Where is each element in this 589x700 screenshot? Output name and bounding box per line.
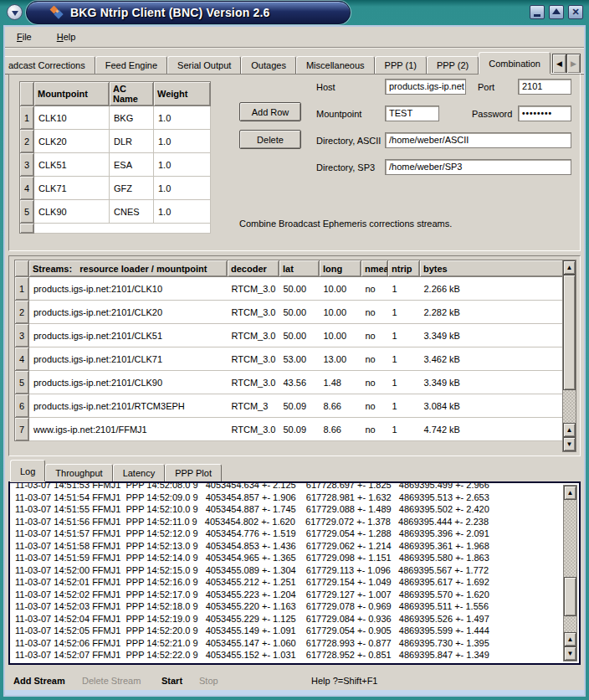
column-header-ntrip[interactable]: ntrip (388, 260, 420, 277)
row-number[interactable]: 2 (20, 130, 34, 153)
cell[interactable]: ESA (110, 153, 154, 177)
tab-ppp-2[interactable]: PPP (2) (427, 56, 479, 74)
row-number[interactable]: 3 (15, 324, 29, 347)
dir-sp3-input[interactable]: /home/weber/SP3 (385, 159, 571, 175)
cell[interactable]: 2.266 kB (420, 277, 564, 301)
cell[interactable]: no (361, 371, 388, 394)
tab-ppp-plot[interactable]: PPP Plot (165, 464, 222, 481)
cell[interactable]: CLK20 (34, 130, 110, 153)
cell[interactable]: CNES (110, 200, 154, 224)
cell[interactable]: RTCM_3 (228, 394, 279, 418)
row-number[interactable]: 4 (20, 177, 34, 200)
host-input[interactable]: products.igs-ip.net (385, 79, 466, 95)
menu-help[interactable]: Help (54, 30, 79, 44)
column-header-mountpoint[interactable]: Mountpoint (34, 82, 110, 106)
cell[interactable]: 4.742 kB (420, 418, 564, 441)
cell[interactable]: 1 (388, 371, 420, 394)
row-number[interactable]: 5 (15, 371, 29, 394)
cell[interactable]: DLR (110, 130, 154, 153)
cell[interactable]: no (361, 277, 388, 301)
cell[interactable]: no (361, 324, 388, 347)
cell[interactable]: 3.349 kB (420, 371, 564, 394)
cell[interactable]: CLK71 (34, 177, 110, 200)
cell[interactable]: 3.462 kB (420, 347, 564, 371)
cell[interactable]: RTCM_3.0 (228, 371, 279, 394)
cell[interactable]: 1.48 (320, 371, 361, 394)
scroll-up-icon[interactable]: ▲ (563, 423, 576, 437)
menu-file[interactable]: File (13, 30, 35, 44)
dir-ascii-input[interactable]: /home/weber/ASCII (385, 132, 571, 148)
tab-serial-output[interactable]: Serial Output (167, 56, 241, 74)
row-number[interactable]: 6 (15, 394, 29, 418)
column-header-weight[interactable]: Weight (154, 82, 211, 106)
column-header-nmea[interactable]: nmea (361, 260, 388, 277)
cell[interactable]: 43.56 (279, 371, 320, 394)
cell[interactable]: RTCM_3.0 (228, 301, 279, 324)
tab-scroll-right-button[interactable]: ▶ (566, 54, 581, 74)
cell[interactable]: GFZ (110, 177, 154, 200)
delete-stream-button[interactable]: Delete Stream (82, 676, 141, 686)
cell[interactable]: 8.66 (320, 418, 361, 441)
start-button[interactable]: Start (161, 676, 182, 686)
cell[interactable]: products.igs-ip.net:2101/CLK90 (29, 371, 228, 394)
cell[interactable]: 10.00 (320, 301, 361, 324)
streams-scrollbar[interactable]: ▲ ▲ ▼ (562, 260, 576, 452)
cell[interactable]: products.igs-ip.net:2101/CLK20 (29, 301, 228, 324)
column-header-bytes[interactable]: bytes (420, 260, 564, 277)
scrollbar-thumb[interactable] (563, 275, 576, 390)
tab-ppp-1[interactable]: PPP (1) (375, 56, 427, 74)
scrollbar-thumb[interactable] (564, 577, 576, 616)
cell[interactable]: 2.282 kB (420, 301, 564, 324)
cell[interactable]: 3.084 kB (420, 394, 564, 418)
streams-table[interactable]: Streams: resource loader / mountpointdec… (14, 260, 564, 441)
tab-log[interactable]: Log (10, 460, 45, 481)
cell[interactable]: 50.00 (279, 301, 320, 324)
tab-outages[interactable]: Outages (241, 56, 296, 74)
cell[interactable]: 50.09 (279, 394, 320, 418)
cell[interactable]: CLK90 (34, 200, 110, 224)
row-number[interactable]: 5 (20, 200, 34, 224)
cell[interactable]: products.igs-ip.net:2101/CLK10 (29, 277, 228, 301)
cell[interactable]: 1 (388, 324, 420, 347)
close-button[interactable]: ✕ (568, 5, 583, 19)
cell[interactable]: RTCM_3.0 (228, 347, 279, 371)
log-scrollbar[interactable]: ▲ ▲ ▼ (563, 485, 577, 661)
scroll-up-icon[interactable]: ▲ (563, 260, 576, 275)
cell[interactable]: 10.00 (320, 277, 361, 301)
row-number[interactable]: 4 (15, 347, 29, 371)
tab-feed-engine[interactable]: Feed Engine (95, 56, 167, 74)
row-number[interactable]: 1 (20, 106, 34, 130)
cell[interactable]: products.igs-ip.net:2101/CLK71 (29, 347, 228, 371)
cell[interactable]: 50.00 (279, 277, 320, 301)
tab-throughput[interactable]: Throughput (45, 464, 112, 481)
tab-combination[interactable]: Combination (479, 52, 551, 74)
cell[interactable]: www.igs-ip.net:2101/FFMJ1 (29, 418, 228, 441)
cell[interactable]: 1.0 (154, 130, 211, 153)
add-stream-button[interactable]: Add Stream (13, 676, 65, 686)
scroll-down-icon[interactable]: ▼ (564, 646, 576, 661)
cell[interactable]: RTCM_3.0 (228, 277, 279, 301)
cell[interactable]: 1.0 (154, 177, 211, 200)
port-input[interactable]: 2101 (518, 79, 571, 95)
cell[interactable] (34, 224, 211, 234)
combination-table[interactable]: MountpointAC NameWeight 1CLK10BKG1.02CLK… (19, 81, 211, 234)
column-header-ac-name[interactable]: AC Name (110, 82, 154, 106)
cell[interactable]: 50.09 (279, 418, 320, 441)
add-row-button[interactable]: Add Row (239, 102, 301, 121)
cell[interactable]: 1.0 (154, 200, 211, 224)
cell[interactable]: 1 (388, 418, 420, 441)
cell[interactable]: RTCM_3.0 (228, 418, 279, 441)
column-header-long[interactable]: long (320, 260, 361, 277)
minimize-button[interactable] (530, 5, 545, 19)
maximize-button[interactable] (549, 5, 564, 19)
cell[interactable]: 1 (388, 277, 420, 301)
scrollbar-track[interactable] (564, 500, 576, 632)
tab-scroll-left-button[interactable]: ◀ (552, 54, 566, 74)
row-number[interactable]: 7 (15, 418, 29, 441)
row-number[interactable]: 1 (15, 277, 29, 301)
column-header-lat[interactable]: lat (279, 260, 320, 277)
cell[interactable]: 3.349 kB (420, 324, 564, 347)
cell[interactable]: 10.00 (320, 324, 361, 347)
cell[interactable]: 1 (388, 301, 420, 324)
column-header-decoder[interactable]: decoder (228, 260, 279, 277)
